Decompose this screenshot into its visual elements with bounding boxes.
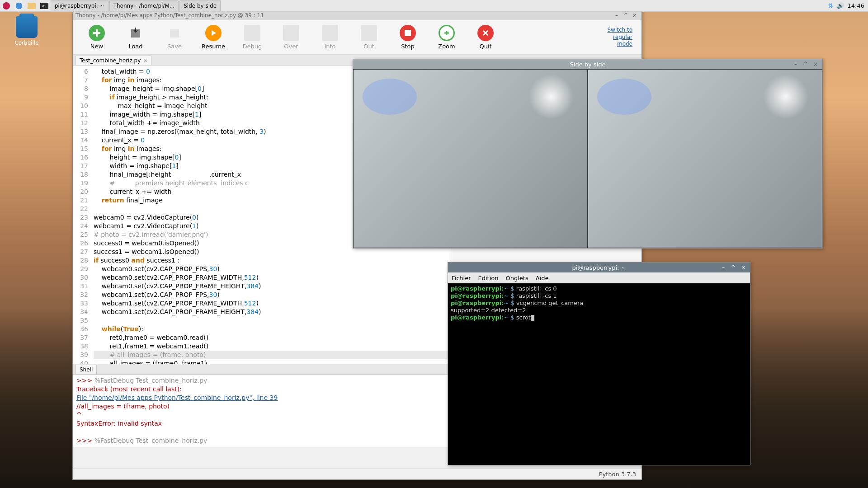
python-version: Python 3.7.3 xyxy=(599,471,636,478)
statusbar: Python 3.7.3 xyxy=(73,469,642,479)
trash-desktop-icon[interactable]: Corbeille xyxy=(11,16,42,46)
close-button[interactable]: × xyxy=(631,12,639,19)
svg-point-1 xyxy=(15,2,23,9)
new-button[interactable]: New xyxy=(77,22,116,53)
svg-rect-2 xyxy=(28,3,36,9)
switch-mode-link[interactable]: Switch to regular mode xyxy=(607,27,637,48)
camera-1-image xyxy=(588,69,822,248)
maximize-button[interactable]: ^ xyxy=(622,12,630,19)
trash-label: Corbeille xyxy=(11,40,42,46)
tab-label: Test_combine_horiz.py xyxy=(80,57,141,64)
clock[interactable]: 14:46 xyxy=(848,2,864,9)
sbs-minimize-button[interactable]: – xyxy=(792,61,800,68)
terminal-cursor xyxy=(531,315,534,321)
sbs-close-button[interactable]: × xyxy=(811,61,820,68)
editor-tab[interactable]: Test_combine_horiz.py × xyxy=(75,56,151,65)
files-icon[interactable] xyxy=(26,0,37,11)
into-button: Into xyxy=(311,22,349,53)
thonny-toolbar: New Load Save Resume Debug Over Into Out… xyxy=(73,20,642,55)
terminal-title: pi@raspberrypi: ~ xyxy=(572,264,626,271)
line-gutter: 6789101112131415161718192021222324252627… xyxy=(73,66,92,364)
zoom-button[interactable]: Zoom xyxy=(427,22,466,53)
volume-icon[interactable]: 🔊 xyxy=(837,2,844,9)
menu-icon[interactable] xyxy=(1,0,12,11)
term-maximize-button[interactable]: ^ xyxy=(729,264,737,271)
menu-edit[interactable]: Édition xyxy=(478,275,499,282)
debug-button: Debug xyxy=(233,22,272,53)
quit-button[interactable]: Quit xyxy=(466,22,505,53)
menu-file[interactable]: Fichier xyxy=(452,275,471,282)
term-minimize-button[interactable]: – xyxy=(719,264,727,271)
term-close-button[interactable]: × xyxy=(739,264,747,271)
terminal-body[interactable]: pi@raspberrypi:~ $ raspistill -cs 0 pi@r… xyxy=(448,283,750,465)
thonny-titlebar[interactable]: Thonny - /home/pi/Mes apps Python/Test_c… xyxy=(73,10,642,20)
load-button[interactable]: Load xyxy=(116,22,155,53)
terminal-menubar: Fichier Édition Onglets Aide xyxy=(448,272,750,283)
menu-help[interactable]: Aide xyxy=(536,275,549,282)
shell-tab[interactable]: Shell xyxy=(75,365,97,374)
svg-point-0 xyxy=(3,2,10,9)
taskbar-app-sidebyside[interactable]: Side by side xyxy=(179,0,221,11)
over-button: Over xyxy=(272,22,311,53)
resume-button[interactable]: Resume xyxy=(194,22,233,53)
terminal-titlebar[interactable]: pi@raspberrypi: ~ – ^ × xyxy=(448,263,750,272)
svg-text:>_: >_ xyxy=(42,4,47,8)
web-icon[interactable] xyxy=(14,0,24,11)
tab-close-icon[interactable]: × xyxy=(143,58,147,64)
svg-rect-6 xyxy=(170,29,179,38)
taskbar-app-thonny[interactable]: Thonny - /home/pi/M... xyxy=(109,0,179,11)
taskbar: >_ pi@raspberrypi: ~ Thonny - /home/pi/M… xyxy=(0,0,868,12)
camera-view xyxy=(353,69,822,248)
save-button: Save xyxy=(155,22,194,53)
out-button: Out xyxy=(349,22,388,53)
menu-tabs[interactable]: Onglets xyxy=(505,275,528,282)
minimize-button[interactable]: – xyxy=(613,12,621,19)
terminal-window: pi@raspberrypi: ~ – ^ × Fichier Édition … xyxy=(448,262,750,465)
stop-button[interactable]: Stop xyxy=(388,22,427,53)
svg-rect-7 xyxy=(405,30,411,36)
trash-icon xyxy=(16,16,38,38)
sidebyside-titlebar[interactable]: Side by side – ^ × xyxy=(353,59,822,69)
terminal-icon[interactable]: >_ xyxy=(39,0,50,11)
camera-0-image xyxy=(353,69,588,248)
sidebyside-title: Side by side xyxy=(570,61,606,68)
sidebyside-window: Side by side – ^ × xyxy=(353,59,823,249)
network-icon[interactable]: ⇅ xyxy=(828,2,833,9)
window-title: Thonny - /home/pi/Mes apps Python/Test_c… xyxy=(75,12,264,19)
sbs-maximize-button[interactable]: ^ xyxy=(802,61,810,68)
taskbar-app-terminal[interactable]: pi@raspberrypi: ~ xyxy=(51,0,108,11)
